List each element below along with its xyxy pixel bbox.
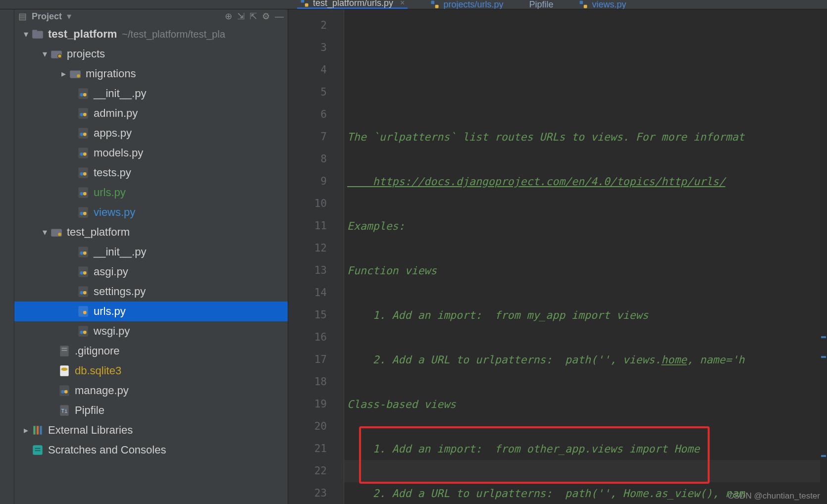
tree-file[interactable]: asgi.py: [14, 262, 288, 282]
tree-external-libraries[interactable]: ▸ External Libraries: [14, 420, 288, 440]
svg-rect-25: [78, 167, 88, 178]
error-stripe[interactable]: [820, 9, 827, 504]
tree-file-pipfile[interactable]: TiPipfile: [14, 401, 288, 420]
tree-label: apps.py: [94, 127, 132, 140]
python-file-icon: [77, 87, 90, 100]
tree-label: __init__.py: [94, 246, 146, 258]
svg-rect-21: [83, 133, 87, 136]
chevron-right-icon[interactable]: ▸: [20, 425, 31, 436]
code-area[interactable]: The `urlpatterns` list routes URLs to vi…: [344, 9, 820, 504]
project-tree[interactable]: ▾ test_platform ~/test_platform/test_pla…: [14, 23, 288, 504]
collapse-icon[interactable]: ⇱: [250, 11, 257, 22]
svg-rect-65: [35, 448, 41, 449]
python-file-icon: [77, 166, 90, 179]
tree-scratches[interactable]: Scratches and Consoles: [14, 440, 288, 460]
svg-rect-53: [62, 350, 67, 351]
tree-dir-testplatform[interactable]: ▾ test_platform: [14, 222, 288, 242]
tree-file[interactable]: models.py: [14, 143, 288, 163]
tree-label: projects: [67, 48, 105, 60]
svg-rect-42: [78, 286, 88, 297]
tab-pipfile[interactable]: Pipfile: [526, 0, 556, 9]
db-file-icon: [58, 364, 71, 377]
code-line: Function views: [347, 259, 820, 282]
python-file-icon: [77, 285, 90, 298]
fold-gutter[interactable]: [335, 9, 344, 504]
tree-label: views.py: [94, 206, 135, 219]
svg-rect-40: [80, 271, 84, 275]
editor-tabstrip: test_platform/urls.py × projects/urls.py…: [0, 0, 827, 9]
svg-rect-30: [83, 192, 87, 196]
code-line: The `urlpatterns` list routes URLs to vi…: [347, 126, 820, 148]
tree-file-urls-tp[interactable]: urls.py: [14, 302, 288, 321]
tree-label: admin.py: [94, 107, 138, 120]
svg-rect-63: [40, 426, 42, 434]
tree-file[interactable]: tests.py: [14, 163, 288, 183]
chevron-right-icon[interactable]: ▸: [58, 68, 69, 79]
svg-rect-13: [78, 88, 88, 99]
tab-label: test_platform/urls.py: [313, 0, 393, 8]
tab-urls-testplatform[interactable]: test_platform/urls.py ×: [297, 0, 408, 9]
chevron-down-icon[interactable]: ▾: [39, 227, 50, 238]
tree-file-gitignore[interactable]: .gitignore: [14, 341, 288, 361]
code-editor[interactable]: 23456789101112131415161718192021222324 T…: [288, 9, 827, 504]
editor-area: ▲ 1 ▲ 1 ✔ 2 ˄ ˅ 234567891011121314151617…: [288, 9, 827, 504]
svg-rect-5: [584, 5, 587, 8]
svg-rect-48: [78, 326, 88, 337]
tree-label: External Libraries: [48, 424, 133, 437]
svg-rect-23: [80, 152, 84, 156]
tree-file-views[interactable]: views.py: [14, 202, 288, 222]
svg-rect-0: [301, 0, 305, 2]
tree-file[interactable]: apps.py: [14, 123, 288, 143]
chevron-down-icon[interactable]: ▾: [39, 49, 50, 59]
gear-icon[interactable]: ⚙: [262, 11, 270, 22]
svg-rect-6: [32, 31, 43, 39]
locate-icon[interactable]: ⊕: [225, 11, 232, 22]
svg-rect-28: [78, 187, 88, 198]
python-file-icon: [77, 206, 90, 219]
chevron-down-icon[interactable]: ▾: [20, 29, 31, 40]
svg-rect-7: [32, 30, 37, 32]
tab-views[interactable]: views.py: [576, 0, 629, 9]
doc-link[interactable]: https://docs.djangoproject.com/en/4.0/to…: [347, 175, 725, 188]
tree-file[interactable]: settings.py: [14, 282, 288, 302]
svg-rect-18: [83, 113, 87, 116]
svg-rect-62: [37, 426, 39, 434]
svg-rect-24: [83, 152, 87, 156]
tree-root[interactable]: ▾ test_platform ~/test_platform/test_pla: [14, 24, 288, 44]
svg-rect-50: [83, 331, 87, 334]
tree-file[interactable]: admin.py: [14, 103, 288, 123]
svg-rect-26: [80, 172, 84, 176]
hide-icon[interactable]: —: [275, 11, 284, 22]
svg-rect-45: [78, 306, 88, 317]
tree-label: Scratches and Consoles: [48, 444, 166, 456]
code-line: https://docs.djangoproject.com/en/4.0/to…: [347, 170, 820, 193]
svg-rect-58: [64, 390, 68, 394]
tree-root-path: ~/test_platform/test_pla: [122, 29, 225, 40]
close-icon[interactable]: ×: [400, 0, 405, 7]
svg-rect-17: [80, 113, 84, 116]
expand-icon[interactable]: ⇲: [237, 11, 245, 22]
chevron-down-icon[interactable]: ▾: [67, 11, 71, 22]
code-line: [347, 81, 820, 103]
python-file-icon: [300, 0, 309, 7]
project-tool-window: ▤ Project ▾ ⊕ ⇲ ⇱ ⚙ — ▾ test_platfor: [14, 9, 288, 504]
tree-file-urls-projects[interactable]: urls.py: [14, 183, 288, 202]
tree-label: test_platform: [67, 226, 130, 239]
tree-file[interactable]: __init__.py: [14, 242, 288, 262]
tree-file[interactable]: __init__.py: [14, 84, 288, 103]
svg-rect-37: [80, 252, 84, 255]
tree-label: models.py: [94, 147, 143, 159]
line-number-gutter[interactable]: 23456789101112131415161718192021222324: [288, 9, 335, 504]
intention-bulb-icon[interactable]: [352, 462, 364, 474]
tree-dir-projects[interactable]: ▾ projects: [14, 44, 288, 64]
scratches-icon: [31, 444, 44, 456]
package-folder-icon: [69, 67, 82, 80]
left-gutter-strip: [0, 9, 14, 504]
tree-dir-migrations[interactable]: ▸ migrations: [14, 64, 288, 84]
tree-file[interactable]: wsgi.py: [14, 321, 288, 341]
tree-file-db[interactable]: db.sqlite3: [14, 361, 288, 381]
svg-point-35: [58, 233, 61, 236]
python-file-icon: [77, 127, 90, 140]
tree-file-manage[interactable]: manage.py: [14, 381, 288, 401]
tab-urls-projects[interactable]: projects/urls.py: [427, 0, 506, 9]
